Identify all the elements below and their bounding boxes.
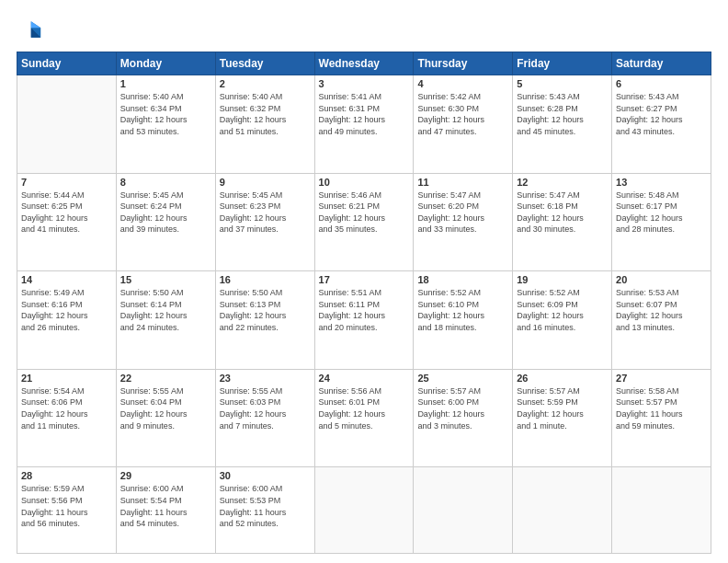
calendar-cell: 28Sunrise: 5:59 AM Sunset: 5:56 PM Dayli… (17, 467, 117, 554)
week-row-4: 21Sunrise: 5:54 AM Sunset: 6:06 PM Dayli… (17, 369, 711, 467)
day-number: 24 (319, 373, 410, 384)
calendar-cell (314, 467, 414, 554)
day-info: Sunrise: 5:52 AM Sunset: 6:09 PM Dayligh… (517, 287, 608, 333)
day-number: 16 (220, 274, 311, 285)
calendar-cell: 9Sunrise: 5:45 AM Sunset: 6:23 PM Daylig… (215, 173, 314, 271)
logo-icon (17, 17, 42, 42)
weekday-header-row: SundayMondayTuesdayWednesdayThursdayFrid… (17, 52, 711, 75)
day-info: Sunrise: 5:46 AM Sunset: 6:21 PM Dayligh… (319, 190, 410, 236)
day-info: Sunrise: 5:58 AM Sunset: 5:57 PM Dayligh… (616, 385, 707, 431)
day-number: 5 (517, 78, 608, 89)
day-number: 27 (616, 373, 707, 384)
day-info: Sunrise: 5:44 AM Sunset: 6:25 PM Dayligh… (21, 190, 112, 236)
day-info: Sunrise: 5:50 AM Sunset: 6:14 PM Dayligh… (120, 287, 211, 333)
calendar-cell: 18Sunrise: 5:52 AM Sunset: 6:10 PM Dayli… (414, 271, 513, 370)
day-number: 3 (319, 78, 410, 89)
day-number: 8 (120, 177, 211, 188)
day-number: 12 (517, 177, 608, 188)
day-info: Sunrise: 5:47 AM Sunset: 6:18 PM Dayligh… (517, 190, 608, 236)
day-info: Sunrise: 5:55 AM Sunset: 6:03 PM Dayligh… (220, 385, 311, 431)
calendar-cell: 15Sunrise: 5:50 AM Sunset: 6:14 PM Dayli… (116, 271, 215, 370)
day-number: 20 (616, 274, 707, 285)
calendar-cell: 8Sunrise: 5:45 AM Sunset: 6:24 PM Daylig… (116, 173, 215, 271)
svg-marker-1 (31, 21, 41, 28)
week-row-5: 28Sunrise: 5:59 AM Sunset: 5:56 PM Dayli… (17, 467, 711, 554)
day-number: 7 (21, 177, 112, 188)
calendar-cell: 10Sunrise: 5:46 AM Sunset: 6:21 PM Dayli… (314, 173, 414, 271)
day-info: Sunrise: 5:40 AM Sunset: 6:34 PM Dayligh… (120, 91, 211, 137)
header (17, 17, 711, 42)
day-number: 4 (417, 78, 508, 89)
day-number: 28 (21, 470, 112, 481)
day-info: Sunrise: 5:43 AM Sunset: 6:27 PM Dayligh… (616, 91, 707, 137)
calendar-cell: 6Sunrise: 5:43 AM Sunset: 6:27 PM Daylig… (612, 75, 711, 174)
day-number: 13 (616, 177, 707, 188)
day-number: 26 (517, 373, 608, 384)
calendar-cell: 30Sunrise: 6:00 AM Sunset: 5:53 PM Dayli… (215, 467, 314, 554)
day-info: Sunrise: 5:51 AM Sunset: 6:11 PM Dayligh… (319, 287, 410, 333)
calendar-cell (414, 467, 513, 554)
day-info: Sunrise: 5:57 AM Sunset: 5:59 PM Dayligh… (517, 385, 608, 431)
calendar-cell: 3Sunrise: 5:41 AM Sunset: 6:31 PM Daylig… (314, 75, 414, 174)
week-row-1: 1Sunrise: 5:40 AM Sunset: 6:34 PM Daylig… (17, 75, 711, 174)
calendar-cell: 1Sunrise: 5:40 AM Sunset: 6:34 PM Daylig… (116, 75, 215, 174)
day-info: Sunrise: 5:42 AM Sunset: 6:30 PM Dayligh… (417, 91, 508, 137)
weekday-header-friday: Friday (513, 52, 612, 75)
day-info: Sunrise: 5:41 AM Sunset: 6:31 PM Dayligh… (319, 91, 410, 137)
day-info: Sunrise: 5:49 AM Sunset: 6:16 PM Dayligh… (21, 287, 112, 333)
day-number: 15 (120, 274, 211, 285)
day-info: Sunrise: 5:48 AM Sunset: 6:17 PM Dayligh… (616, 190, 707, 236)
day-number: 1 (120, 78, 211, 89)
calendar-cell (513, 467, 612, 554)
weekday-header-sunday: Sunday (17, 52, 117, 75)
calendar-cell: 27Sunrise: 5:58 AM Sunset: 5:57 PM Dayli… (612, 369, 711, 467)
calendar-cell: 29Sunrise: 6:00 AM Sunset: 5:54 PM Dayli… (116, 467, 215, 554)
weekday-header-monday: Monday (116, 52, 215, 75)
calendar-cell: 16Sunrise: 5:50 AM Sunset: 6:13 PM Dayli… (215, 271, 314, 370)
day-info: Sunrise: 5:57 AM Sunset: 6:00 PM Dayligh… (417, 385, 508, 431)
calendar-cell: 4Sunrise: 5:42 AM Sunset: 6:30 PM Daylig… (414, 75, 513, 174)
page: SundayMondayTuesdayWednesdayThursdayFrid… (0, 0, 728, 563)
calendar-cell: 24Sunrise: 5:56 AM Sunset: 6:01 PM Dayli… (314, 369, 414, 467)
day-info: Sunrise: 5:40 AM Sunset: 6:32 PM Dayligh… (220, 91, 311, 137)
day-info: Sunrise: 5:45 AM Sunset: 6:23 PM Dayligh… (220, 190, 311, 236)
day-number: 25 (417, 373, 508, 384)
day-number: 10 (319, 177, 410, 188)
day-number: 29 (120, 470, 211, 481)
logo (17, 17, 46, 42)
day-info: Sunrise: 5:47 AM Sunset: 6:20 PM Dayligh… (417, 190, 508, 236)
calendar-cell: 12Sunrise: 5:47 AM Sunset: 6:18 PM Dayli… (513, 173, 612, 271)
calendar-cell: 2Sunrise: 5:40 AM Sunset: 6:32 PM Daylig… (215, 75, 314, 174)
calendar-cell: 21Sunrise: 5:54 AM Sunset: 6:06 PM Dayli… (17, 369, 117, 467)
day-number: 22 (120, 373, 211, 384)
day-info: Sunrise: 5:45 AM Sunset: 6:24 PM Dayligh… (120, 190, 211, 236)
day-number: 19 (517, 274, 608, 285)
calendar-cell: 17Sunrise: 5:51 AM Sunset: 6:11 PM Dayli… (314, 271, 414, 370)
day-info: Sunrise: 5:53 AM Sunset: 6:07 PM Dayligh… (616, 287, 707, 333)
day-info: Sunrise: 5:56 AM Sunset: 6:01 PM Dayligh… (319, 385, 410, 431)
calendar-cell: 7Sunrise: 5:44 AM Sunset: 6:25 PM Daylig… (17, 173, 117, 271)
day-info: Sunrise: 6:00 AM Sunset: 5:54 PM Dayligh… (120, 483, 211, 529)
calendar-cell: 19Sunrise: 5:52 AM Sunset: 6:09 PM Dayli… (513, 271, 612, 370)
calendar-cell: 26Sunrise: 5:57 AM Sunset: 5:59 PM Dayli… (513, 369, 612, 467)
day-number: 30 (220, 470, 311, 481)
calendar-cell (17, 75, 117, 174)
day-number: 21 (21, 373, 112, 384)
calendar-cell: 20Sunrise: 5:53 AM Sunset: 6:07 PM Dayli… (612, 271, 711, 370)
day-info: Sunrise: 5:43 AM Sunset: 6:28 PM Dayligh… (517, 91, 608, 137)
calendar-cell: 13Sunrise: 5:48 AM Sunset: 6:17 PM Dayli… (612, 173, 711, 271)
day-info: Sunrise: 5:55 AM Sunset: 6:04 PM Dayligh… (120, 385, 211, 431)
calendar-cell (612, 467, 711, 554)
day-info: Sunrise: 5:59 AM Sunset: 5:56 PM Dayligh… (21, 483, 112, 529)
calendar-cell: 5Sunrise: 5:43 AM Sunset: 6:28 PM Daylig… (513, 75, 612, 174)
day-info: Sunrise: 5:50 AM Sunset: 6:13 PM Dayligh… (220, 287, 311, 333)
day-number: 6 (616, 78, 707, 89)
day-info: Sunrise: 5:54 AM Sunset: 6:06 PM Dayligh… (21, 385, 112, 431)
calendar-cell: 14Sunrise: 5:49 AM Sunset: 6:16 PM Dayli… (17, 271, 117, 370)
day-number: 14 (21, 274, 112, 285)
calendar-cell: 11Sunrise: 5:47 AM Sunset: 6:20 PM Dayli… (414, 173, 513, 271)
calendar-cell: 25Sunrise: 5:57 AM Sunset: 6:00 PM Dayli… (414, 369, 513, 467)
weekday-header-tuesday: Tuesday (215, 52, 314, 75)
day-info: Sunrise: 6:00 AM Sunset: 5:53 PM Dayligh… (220, 483, 311, 529)
calendar: SundayMondayTuesdayWednesdayThursdayFrid… (17, 52, 711, 554)
